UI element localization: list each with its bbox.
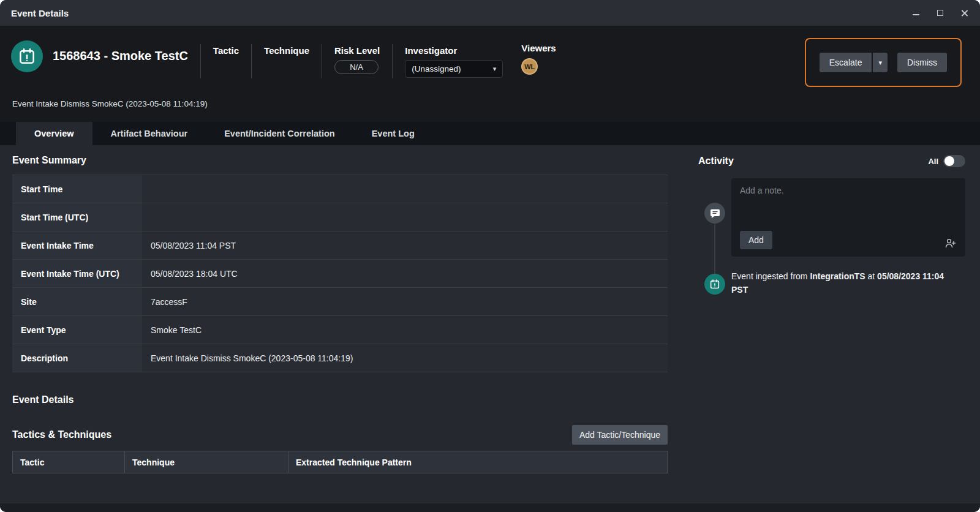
- add-person-icon[interactable]: [944, 237, 957, 249]
- add-tactic-technique-button[interactable]: Add Tactic/Technique: [572, 425, 668, 445]
- technique-label: Technique: [264, 45, 309, 56]
- timeline-icons: [698, 178, 731, 319]
- maximize-icon: [937, 10, 943, 16]
- close-button[interactable]: [960, 9, 969, 17]
- row-value: [142, 203, 668, 231]
- row-label: Site: [12, 288, 142, 315]
- row-value: 05/08/2023 11:04 PST: [142, 232, 668, 259]
- investigator-label: Investigator: [405, 45, 503, 56]
- escalate-button[interactable]: Escalate: [820, 53, 872, 72]
- event-title: 1568643 - Smoke TestC: [53, 49, 188, 63]
- escalate-dropdown-button[interactable]: ▾: [873, 53, 888, 72]
- viewers-section: Viewers WL: [521, 43, 556, 75]
- event-details-heading: Event Details: [12, 394, 668, 405]
- column-header-extracted-pattern: Extracted Technique Pattern: [288, 451, 667, 473]
- tactics-techniques-heading: Tactics & Techniques: [12, 429, 111, 440]
- table-row: Start Time: [12, 175, 668, 203]
- investigator-value: (Unassigned): [412, 64, 461, 73]
- row-value: Smoke TestC: [142, 316, 668, 344]
- add-note-button[interactable]: Add: [740, 231, 772, 249]
- timeline-content: Add Event in: [731, 178, 965, 319]
- activity-panel: Activity All: [682, 155, 965, 503]
- header-col-technique: Technique: [252, 45, 309, 56]
- header-col-investigator: Investigator (Unassigned) ▾: [393, 45, 503, 78]
- row-label: Description: [12, 344, 142, 372]
- column-header-tactic: Tactic: [13, 451, 125, 473]
- table-row: Site 7accessF: [12, 288, 668, 316]
- note-input[interactable]: [740, 186, 957, 231]
- event-summary-heading: Event Summary: [12, 155, 668, 166]
- minimize-button[interactable]: [911, 9, 920, 17]
- row-value: 05/08/2023 18:04 UTC: [142, 260, 668, 287]
- titlebar: Event Details: [0, 0, 980, 26]
- risk-level-badge: N/A: [334, 60, 379, 74]
- note-composer: Add: [731, 178, 965, 257]
- toggle-knob: [944, 156, 954, 166]
- activity-heading: Activity: [698, 156, 734, 167]
- viewer-avatar[interactable]: WL: [521, 58, 538, 75]
- column-header-technique: Technique: [125, 451, 288, 473]
- activity-entry: Event ingested from IntegrationTS at 05/…: [731, 270, 958, 296]
- activity-filter: All: [928, 155, 965, 167]
- tab-event-incident-correlation[interactable]: Event/Incident Correlation: [206, 122, 353, 145]
- window-title: Event Details: [11, 8, 69, 18]
- event-details-window: Event Details 1568643 - Smoke TestC Ta: [0, 0, 980, 512]
- all-activity-toggle[interactable]: [943, 155, 965, 167]
- entry-prefix: Event ingested from: [731, 271, 810, 281]
- maximize-button[interactable]: [936, 9, 944, 17]
- tab-bar: Overview Artifact Behaviour Event/Incide…: [0, 122, 980, 145]
- window-bottom-edge: [0, 503, 980, 512]
- close-icon: [961, 9, 968, 17]
- row-label: Event Intake Time: [12, 232, 142, 259]
- table-row: Event Intake Time (UTC) 05/08/2023 18:04…: [12, 260, 668, 288]
- table-row: Description Event Intake Dismiss SmokeC …: [12, 344, 668, 372]
- tab-event-log[interactable]: Event Log: [353, 122, 433, 145]
- event-header: 1568643 - Smoke TestC Tactic Technique R…: [0, 26, 980, 122]
- escalate-button-group: Escalate ▾: [820, 53, 888, 72]
- viewers-label: Viewers: [521, 43, 556, 53]
- tactic-label: Tactic: [213, 45, 239, 56]
- row-value: [142, 175, 668, 203]
- risk-level-label: Risk Level: [334, 45, 380, 56]
- table-row: Start Time (UTC): [12, 203, 668, 232]
- header-col-risk-level: Risk Level N/A: [322, 45, 380, 74]
- tactics-table-header: Tactic Technique Extracted Technique Pat…: [12, 451, 668, 473]
- table-row: Event Type Smoke TestC: [12, 316, 668, 344]
- event-subtitle: Event Intake Dismiss SmokeC (2023-05-08 …: [12, 99, 962, 108]
- note-bubble-icon: [704, 203, 725, 224]
- event-calendar-icon: [11, 40, 43, 72]
- chevron-down-icon: ▾: [493, 65, 497, 73]
- event-actions-box: Escalate ▾ Dismiss: [805, 38, 962, 87]
- activity-timeline: Add Event in: [698, 178, 965, 319]
- row-label: Event Intake Time (UTC): [12, 260, 142, 287]
- tab-artifact-behaviour[interactable]: Artifact Behaviour: [92, 122, 206, 145]
- main-content: Event Summary Start Time Start Time (UTC…: [0, 145, 980, 503]
- table-row: Event Intake Time 05/08/2023 11:04 PST: [12, 232, 668, 260]
- event-overview-panel: Event Summary Start Time Start Time (UTC…: [12, 155, 668, 503]
- tab-overview[interactable]: Overview: [16, 122, 92, 145]
- entry-source: IntegrationTS: [810, 271, 865, 281]
- row-label: Event Type: [12, 316, 142, 344]
- header-col-tactic: Tactic: [201, 45, 239, 56]
- tactics-techniques-header: Tactics & Techniques Add Tactic/Techniqu…: [12, 425, 668, 445]
- entry-connector: at: [865, 271, 877, 281]
- all-filter-label: All: [928, 157, 938, 166]
- minimize-icon: [913, 14, 919, 15]
- event-summary-table: Start Time Start Time (UTC) Event Intake…: [12, 175, 668, 372]
- row-label: Start Time (UTC): [12, 203, 142, 231]
- row-label: Start Time: [12, 175, 142, 203]
- row-value: 7accessF: [142, 288, 668, 315]
- dismiss-button[interactable]: Dismiss: [897, 53, 947, 72]
- event-ingested-icon: [704, 274, 725, 295]
- investigator-select[interactable]: (Unassigned) ▾: [405, 60, 503, 78]
- row-value: Event Intake Dismiss SmokeC (2023-05-08 …: [142, 344, 668, 372]
- window-controls: [911, 9, 969, 17]
